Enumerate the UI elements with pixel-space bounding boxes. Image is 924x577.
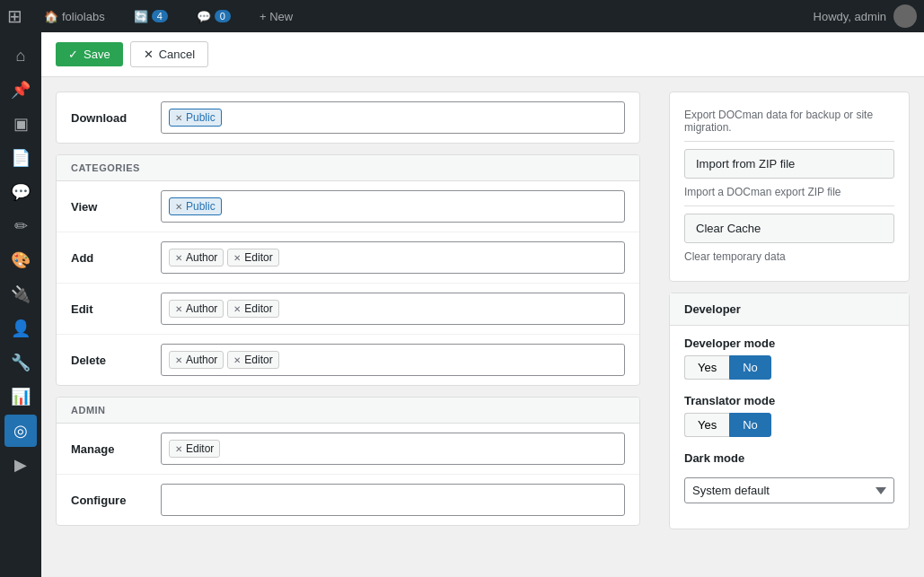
comments-icon: 💬 <box>197 10 211 23</box>
save-button[interactable]: ✓ Save <box>56 42 123 66</box>
add-tag-author[interactable]: ✕ Author <box>169 249 224 267</box>
translator-mode-section: Translator mode Yes No <box>684 394 894 437</box>
save-label: Save <box>84 48 110 61</box>
topbar-site[interactable]: 🏠 foliolabs <box>37 0 112 32</box>
add-label: Add <box>71 251 161 265</box>
delete-tag-author[interactable]: ✕ Author <box>169 351 224 369</box>
sidebar-icon-play[interactable]: ▶ <box>4 449 37 481</box>
tag-x-icon[interactable]: ✕ <box>233 304 241 314</box>
tag-text: Public <box>186 111 216 124</box>
developer-mode-yes-button[interactable]: Yes <box>684 355 729 380</box>
sidebar-icon-comments[interactable]: 💬 <box>4 176 37 208</box>
download-section: Download ✕ Public <box>56 92 640 144</box>
topbar-updates[interactable]: 🔄 4 <box>127 0 175 32</box>
tag-text: Author <box>186 354 217 366</box>
add-row: Add ✕ Author ✕ Editor <box>57 232 639 284</box>
tag-x-icon[interactable]: ✕ <box>233 253 241 263</box>
updates-count: 4 <box>152 10 168 22</box>
tag-x-icon[interactable]: ✕ <box>175 444 182 454</box>
import-zip-button[interactable]: Import from ZIP file <box>684 149 894 179</box>
sidebar-icon-users[interactable]: 👤 <box>4 312 37 345</box>
sidebar-icon-posts[interactable]: ▣ <box>4 108 37 140</box>
edit-tag-editor[interactable]: ✕ Editor <box>227 300 278 318</box>
dark-mode-select[interactable]: System default Light Dark <box>684 477 894 503</box>
admin-section: ADMIN Manage ✕ Editor Configure <box>56 397 640 526</box>
configure-field[interactable] <box>161 484 625 516</box>
categories-section: CATEGORIES View ✕ Public Add <box>56 154 640 386</box>
translator-mode-no-button[interactable]: No <box>729 413 771 437</box>
manage-field[interactable]: ✕ Editor <box>161 433 625 465</box>
manage-label: Manage <box>71 442 161 456</box>
edit-field[interactable]: ✕ Author ✕ Editor <box>161 293 625 325</box>
edit-tag-author[interactable]: ✕ Author <box>169 300 224 318</box>
topbar: ⊞ 🏠 foliolabs 🔄 4 💬 0 + New Howdy, admin <box>0 0 924 32</box>
topbar-user: Howdy, admin <box>814 4 917 28</box>
tag-x-icon[interactable]: ✕ <box>175 355 182 365</box>
sidebar-icon-home[interactable]: ⌂ <box>4 39 37 72</box>
developer-mode-section: Developer mode Yes No <box>684 337 894 380</box>
sidebar-icon-docman[interactable]: ◎ <box>4 415 37 447</box>
sidebar-icon-analytics[interactable]: 📊 <box>4 380 37 413</box>
admin-section-label: ADMIN <box>57 398 639 424</box>
view-field[interactable]: ✕ Public <box>161 190 625 223</box>
download-field[interactable]: ✕ Public <box>161 101 625 134</box>
add-field[interactable]: ✕ Author ✕ Editor <box>161 241 625 274</box>
tag-text: Editor <box>244 302 272 315</box>
tag-x-icon[interactable]: ✕ <box>175 113 182 123</box>
tag-x-icon[interactable]: ✕ <box>175 253 182 263</box>
tag-text: Editor <box>186 442 214 455</box>
sidebar-icon-pages[interactable]: 📄 <box>4 142 37 174</box>
topbar-comments[interactable]: 💬 0 <box>189 0 238 32</box>
site-name: foliolabs <box>62 10 105 23</box>
delete-label: Delete <box>71 354 161 367</box>
dark-mode-section: Dark mode System default Light Dark <box>684 451 894 503</box>
home-icon: 🏠 <box>44 10 58 23</box>
import-text: Import a DOCman export ZIP file <box>684 186 894 198</box>
view-row: View ✕ Public <box>57 181 639 232</box>
tag-text: Author <box>186 302 217 315</box>
download-row: Download ✕ Public <box>57 92 639 143</box>
main-wrap: ✓ Save ✕ Cancel Download ✕ Public <box>41 32 924 577</box>
delete-row: Delete ✕ Author ✕ Editor <box>57 335 639 385</box>
howdy-label: Howdy, admin <box>814 10 886 23</box>
sidebar-icon-edit[interactable]: ✏ <box>4 210 37 242</box>
translator-mode-yes-button[interactable]: Yes <box>684 413 729 437</box>
developer-title: Developer <box>670 293 909 326</box>
user-avatar[interactable] <box>893 4 917 28</box>
edit-label: Edit <box>71 302 161 316</box>
developer-card: Developer Developer mode Yes No Translat… <box>669 293 910 529</box>
manage-row: Manage ✕ Editor <box>57 424 639 475</box>
wp-logo-icon[interactable]: ⊞ <box>7 5 22 27</box>
comments-count: 0 <box>215 10 231 22</box>
tag-x-icon[interactable]: ✕ <box>175 304 182 314</box>
topbar-new[interactable]: + New <box>252 0 300 32</box>
cancel-label: Cancel <box>159 48 195 61</box>
updates-icon: 🔄 <box>134 10 148 23</box>
right-panel: Export DOCman data for backup or site mi… <box>655 77 924 577</box>
clear-cache-button[interactable]: Clear Cache <box>684 214 894 243</box>
delete-field[interactable]: ✕ Author ✕ Editor <box>161 344 625 376</box>
sidebar-icon-appearance[interactable]: 🎨 <box>4 244 37 276</box>
delete-tag-editor[interactable]: ✕ Editor <box>227 351 278 369</box>
tag-x-icon[interactable]: ✕ <box>175 202 182 212</box>
new-label: + New <box>260 10 293 23</box>
view-tag-public[interactable]: ✕ Public <box>169 197 222 215</box>
clear-text: Clear temporary data <box>684 250 894 263</box>
download-tag-public[interactable]: ✕ Public <box>169 109 222 127</box>
sidebar-icon-settings[interactable]: 🔧 <box>4 346 37 379</box>
sidebar-icon-pin[interactable]: 📌 <box>4 74 37 106</box>
tag-x-icon[interactable]: ✕ <box>233 355 241 365</box>
tag-text: Editor <box>244 251 272 264</box>
export-text: Export DOCman data for backup or site mi… <box>684 109 894 134</box>
tools-card: Export DOCman data for backup or site mi… <box>669 92 910 282</box>
developer-mode-toggle: Yes No <box>684 355 894 380</box>
download-label: Download <box>71 111 161 125</box>
view-label: View <box>71 200 161 214</box>
content-area: Download ✕ Public CATEGORIES View <box>41 77 924 577</box>
cancel-button[interactable]: ✕ Cancel <box>130 41 208 67</box>
sidebar-icon-plugins[interactable]: 🔌 <box>4 278 37 310</box>
developer-mode-no-button[interactable]: No <box>729 355 771 380</box>
check-icon: ✓ <box>68 48 78 61</box>
add-tag-editor[interactable]: ✕ Editor <box>227 249 278 267</box>
manage-tag-editor[interactable]: ✕ Editor <box>169 440 220 458</box>
